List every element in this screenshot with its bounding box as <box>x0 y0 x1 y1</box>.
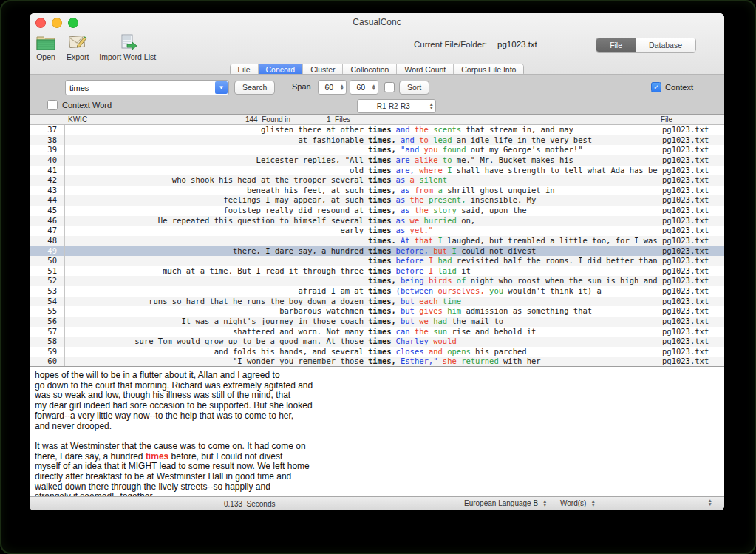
row-number: 59 <box>30 347 65 357</box>
file-database-segmented-control: File Database <box>596 38 696 53</box>
kwic-row[interactable]: 41oldtimesare, where I shall have streng… <box>30 166 724 176</box>
search-button[interactable]: Search <box>234 81 275 95</box>
kwic-row[interactable]: 42who shook his head at the trooper seve… <box>30 175 724 186</box>
row-number: 38 <box>30 135 65 146</box>
file-cell: pg1023.txt <box>658 226 724 236</box>
kwic-row[interactable]: 54runs so hard that he runs the boy down… <box>30 297 724 307</box>
export-button[interactable]: Export <box>67 33 89 61</box>
popup-arrows-icon: ▲▼ <box>542 500 548 507</box>
kwic-row[interactable]: 59and folds his hands, and severaltimesc… <box>30 347 724 357</box>
kwic-row[interactable]: 39times,"and you found out my George's m… <box>30 145 724 155</box>
kwic-row[interactable]: 46He repeated this question to himself s… <box>30 216 724 226</box>
file-cell: pg1023.txt <box>658 306 724 317</box>
segment-file[interactable]: File <box>596 38 636 52</box>
sort-checkbox[interactable] <box>384 82 395 92</box>
kwic-line: feelings I may appear, at suchtimesas th… <box>65 195 658 206</box>
span-right-stepper[interactable]: 60 ▲▼ <box>350 80 378 95</box>
segment-database[interactable]: Database <box>636 38 695 52</box>
left-context: shattered and worn. Not many <box>65 327 364 337</box>
context-checkbox[interactable]: ✓ <box>651 82 661 92</box>
file-cell: pg1023.txt <box>658 317 724 327</box>
context-checkbox-label: Context <box>665 83 693 92</box>
kwic-row[interactable]: 55barbarous watchmentimes,but gives him … <box>30 306 724 317</box>
right-context: and to lead an idle life in the very bes… <box>401 135 658 146</box>
kwic-line: times,"and you found out my George's mot… <box>65 145 658 155</box>
kwic-row[interactable]: 58sure Tom would grow up to be a good ma… <box>30 337 724 347</box>
kwic-row[interactable]: 60"I wonder you remember thosetimes,Esth… <box>30 357 724 366</box>
stepper-arrows-icon[interactable]: ▲▼ <box>340 84 346 91</box>
kwic-table-header: KWIC 144 Found in 1 Files File <box>30 115 724 125</box>
right-context: but each time <box>401 297 658 307</box>
kwic-row[interactable]: 48times.At that I laughed, but trembled … <box>30 236 724 246</box>
kwic-row[interactable]: 49there, I dare say, a hundredtimesbefor… <box>30 246 724 257</box>
kwic-row[interactable]: 57shattered and worn. Not manytimescan t… <box>30 327 724 337</box>
kwic-row[interactable]: 38at fashionabletimes,and to lead an idl… <box>30 135 724 146</box>
row-number: 58 <box>30 337 65 347</box>
keyword: times, <box>364 145 401 155</box>
left-context: runs so hard that he runs the boy down a… <box>65 297 364 307</box>
span-right-value[interactable]: 60 <box>350 83 372 92</box>
kwic-row[interactable]: 51much at a time. But I read it through … <box>30 266 724 277</box>
row-number: 60 <box>30 357 65 366</box>
context-text: hopes of the will to be in a flutter abo… <box>35 371 718 497</box>
span-left-value[interactable]: 60 <box>319 83 340 92</box>
context-word-checkbox[interactable] <box>47 100 58 110</box>
left-context: who shook his head at the trooper severa… <box>65 175 364 186</box>
sort-button[interactable]: Sort <box>399 81 429 95</box>
kwic-row[interactable]: 47earlytimesas yet."pg1023.txt <box>30 226 724 236</box>
kwic-row[interactable]: 44feelings I may appear, at suchtimesas … <box>30 195 724 206</box>
span-left-stepper[interactable]: 60 ▲▼ <box>318 80 347 95</box>
left-context: afraid I am at <box>65 286 364 297</box>
context-text-panel[interactable]: hopes of the will to be in a flutter abo… <box>30 366 724 497</box>
kwic-row[interactable]: 45footstep really did resound attimes,as… <box>30 206 724 216</box>
language-popup[interactable]: European Language B ▲▼ <box>464 499 549 507</box>
row-number: 47 <box>30 226 65 236</box>
file-cell: pg1023.txt <box>658 155 724 166</box>
search-term-combobox[interactable]: times ▼ <box>65 80 229 95</box>
titlebar[interactable]: CasualConc <box>30 13 724 31</box>
search-controls-row: times ▼ Search Span 60 ▲▼ 60 ▲▼ Sort ✓ C… <box>30 80 724 95</box>
kwic-line: sure Tom would grow up to be a good man.… <box>65 337 658 347</box>
row-number: 51 <box>30 266 65 277</box>
file-cell: pg1023.txt <box>658 256 724 266</box>
stepper-arrows-icon[interactable]: ▲▼ <box>372 84 378 91</box>
kwic-line: times,being birds of night who roost whe… <box>65 276 658 286</box>
kwic-row[interactable]: 50timesbefore I had revisited half the r… <box>30 256 724 266</box>
kwic-row[interactable]: 43beneath his feet, at suchtimes,as from… <box>30 186 724 196</box>
open-button[interactable]: Open <box>35 33 56 61</box>
kwic-column-header: KWIC <box>68 115 87 124</box>
export-label: Export <box>67 53 89 61</box>
row-number: 39 <box>30 145 65 155</box>
kwic-row[interactable]: 53afraid I am attimes(between ourselves,… <box>30 286 724 297</box>
file-cell: pg1023.txt <box>658 145 724 155</box>
file-cell: pg1023.txt <box>658 135 724 146</box>
import-word-list-button[interactable]: Import Word List <box>99 33 156 61</box>
kwic-line: who shook his head at the trooper severa… <box>65 175 658 186</box>
keyword: times <box>364 216 396 226</box>
combobox-dropdown-icon[interactable]: ▼ <box>215 81 228 94</box>
left-context: feelings I may appear, at such <box>65 195 364 206</box>
kwic-line: earlytimesas yet." <box>65 226 658 236</box>
position-pattern-popup[interactable]: R1-R2-R3 ▲▼ <box>357 99 436 113</box>
keyword: times, <box>364 357 401 366</box>
kwic-row[interactable]: 56It was a night's journey in those coac… <box>30 317 724 327</box>
status-right-stepper[interactable]: ▲▼ <box>708 499 714 506</box>
kwic-line: "I wonder you remember thosetimes,Esther… <box>65 357 658 366</box>
kwic-table: KWIC 144 Found in 1 Files File 37glisten… <box>30 114 724 366</box>
open-folder-icon <box>35 33 56 52</box>
kwic-line: timesbefore I had revisited half the roo… <box>65 256 658 266</box>
left-context: early <box>65 226 364 236</box>
keyword: times <box>364 246 396 257</box>
keyword: times, <box>364 206 401 216</box>
search-time: 0.133 Seconds <box>224 500 276 508</box>
kwic-row[interactable]: 40Leicester replies, "Alltimesare alike … <box>30 155 724 166</box>
search-term-value[interactable]: times <box>66 84 214 92</box>
kwic-row[interactable]: 52times,being birds of night who roost w… <box>30 276 724 286</box>
left-context: sure Tom would grow up to be a good man.… <box>65 337 364 347</box>
unit-popup[interactable]: Word(s) ▲▼ <box>560 499 597 507</box>
kwic-row[interactable]: 37glisten there at othertimesand the sce… <box>30 125 724 135</box>
row-number: 44 <box>30 195 65 206</box>
file-cell: pg1023.txt <box>658 276 724 286</box>
row-number: 52 <box>30 276 65 286</box>
keyword: times <box>364 125 396 135</box>
